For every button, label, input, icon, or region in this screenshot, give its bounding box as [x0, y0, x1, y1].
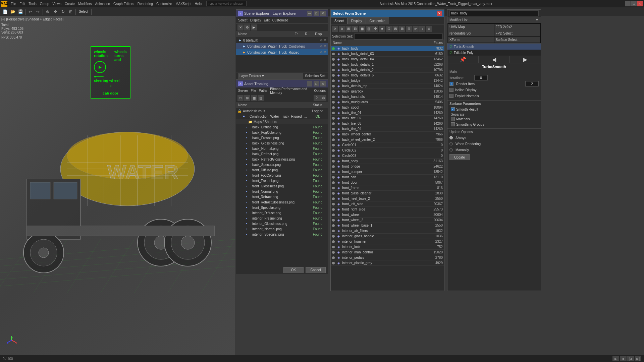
prev-frame-btn[interactable]: |◀ — [627, 356, 634, 361]
at-texture-row-10[interactable]: ▪ front_Fresnel.png Found — [236, 178, 328, 183]
mp-materials-checkbox[interactable] — [451, 117, 455, 121]
sfs-row-12[interactable]: ◈ back_tire_01 14260 — [331, 110, 444, 116]
sfs-row-4[interactable]: ◈ back_body_details_2 10796 — [331, 67, 444, 73]
mp-smoothing-checkbox[interactable] — [451, 122, 455, 126]
se-tool-1[interactable]: ✕ — [237, 24, 244, 31]
sfs-row-22[interactable]: ◈ front_bridge 24622 — [331, 164, 444, 169]
new-icon[interactable]: 📄 — [1, 8, 9, 15]
at-tool-4[interactable]: ▥ — [258, 95, 264, 101]
play-btn[interactable]: ▶ — [612, 356, 619, 361]
mp-btn-renderable[interactable]: renderable Spl — [448, 30, 494, 36]
mp-nav-pin[interactable]: 📌 — [447, 56, 479, 63]
layer-row-0[interactable]: ▶ 0 (default) ⚙ ♻ — [236, 37, 328, 43]
sfs-search-input[interactable] — [354, 34, 443, 40]
sfs-tab-customize[interactable]: Customize — [366, 17, 389, 24]
sfs-row-20[interactable]: ◈ Circle003 0 — [331, 153, 444, 159]
sfs-row-14[interactable]: ◈ back_tire_03 14260 — [331, 121, 444, 126]
at-texture-row-17[interactable]: ▪ interior_Fresnel.png Found — [236, 216, 328, 221]
sfs-tool-12[interactable]: ⊟ — [406, 26, 412, 32]
mp-stack-turbosmooth[interactable]: ☑ TurboSmooth — [447, 44, 541, 50]
mp-smooth-result-checkbox[interactable]: ✓ — [451, 107, 455, 111]
se-display-menu[interactable]: Display — [250, 18, 261, 22]
at-tool-1[interactable]: □ — [237, 95, 244, 101]
at-texture-row-1[interactable]: ▪ back_FogColor.png Found — [236, 130, 328, 135]
mp-stack-editablepoly[interactable]: ☑ Editable Poly — [447, 50, 541, 56]
at-texture-row-20[interactable]: ▪ interior_Specular.png Found — [236, 232, 328, 237]
scale-icon[interactable]: ⊞ — [67, 8, 74, 15]
sfs-tool-7[interactable]: ⚙ — [372, 26, 378, 32]
at-texture-row-4[interactable]: ▪ back_Normal.png Found — [236, 146, 328, 151]
maximize-btn[interactable]: □ — [631, 1, 637, 6]
sfs-close-btn[interactable]: ✕ — [437, 11, 442, 16]
mp-btn-fpd[interactable]: FPD Select — [494, 30, 540, 36]
help-menu[interactable]: Help — [193, 2, 203, 6]
sfs-row-2[interactable]: ◈ back_body_detail_04 13462 — [331, 57, 444, 62]
at-main-file[interactable]: ■ Construction_Water_Truck_Rigged_max_vr… — [236, 114, 328, 119]
sfs-row-9[interactable]: ◈ back_handrails 14914 — [331, 94, 444, 100]
at-file-menu[interactable]: File — [251, 89, 256, 93]
sfs-row-32[interactable]: ◈ front_wheel_2 20604 — [331, 218, 444, 223]
mp-btn-ffd[interactable]: FFD 2x2x2 — [494, 24, 540, 30]
se-select-menu[interactable]: Select — [238, 18, 248, 22]
sfs-row-35[interactable]: ◈ interior_glass_handle 1036 — [331, 234, 444, 239]
at-paths-menu[interactable]: Paths — [259, 89, 268, 93]
graph-editors-menu[interactable]: Graph Editors — [112, 2, 136, 6]
at-maximize[interactable]: □ — [314, 81, 319, 86]
se-customize-menu[interactable]: Customize — [272, 18, 288, 22]
truck-canvas[interactable]: [+] [Perspective] [Shaded + Edged Faces]… — [0, 16, 235, 355]
sfs-row-25[interactable]: ◈ front_door 5067 — [331, 180, 444, 185]
customize-menu[interactable]: Customize — [155, 2, 173, 6]
sfs-tool-1[interactable]: ✕ — [332, 26, 338, 32]
at-minimize[interactable]: — — [307, 81, 312, 86]
sfs-row-15[interactable]: ◈ back_tire_04 14260 — [331, 126, 444, 132]
at-texture-row-5[interactable]: ▪ back_Refract.png Found — [236, 151, 328, 157]
mp-btn-uvwmap[interactable]: UVW Map — [448, 24, 494, 30]
rotate-icon[interactable]: ↻ — [59, 8, 67, 15]
close-btn[interactable]: ✕ — [637, 1, 643, 6]
sfs-row-26[interactable]: ◈ front_frame 816 — [331, 185, 444, 191]
se-edit-menu[interactable]: Edit — [264, 18, 270, 22]
at-texture-row-15[interactable]: ▪ front_Specular.png Found — [236, 205, 328, 210]
mp-modifier-dropdown[interactable]: ▼ — [535, 18, 539, 22]
sfs-row-6[interactable]: ◈ back_bridge 13442 — [331, 78, 444, 83]
rendering-menu[interactable]: Rendering — [136, 2, 154, 6]
stop-btn[interactable]: ■ — [620, 356, 627, 361]
mp-render-iters-input[interactable] — [525, 81, 539, 86]
maxscript-menu[interactable]: MAXScript — [174, 2, 193, 6]
mp-nav-back[interactable]: ◀ — [479, 56, 510, 63]
at-texture-row-3[interactable]: ▪ back_Glossiness.png Found — [236, 140, 328, 146]
group-menu[interactable]: Group — [39, 2, 51, 6]
layer-row-1[interactable]: ▶ Construction_Water_Truck_Controllers ⚙… — [236, 43, 328, 49]
sfs-tab-select[interactable]: Select — [331, 17, 347, 24]
sfs-tool-15[interactable]: ⊕ — [426, 26, 432, 32]
at-texture-row-19[interactable]: ▪ interior_Normal.png Found — [236, 226, 328, 232]
sfs-row-28[interactable]: ◈ front_heel_base_2 2550 — [331, 196, 444, 201]
at-bitmap-menu[interactable]: Bitmap Performance and Memory — [270, 87, 311, 95]
mp-iterations-input[interactable] — [474, 75, 488, 80]
tools-menu[interactable]: Tools — [27, 2, 38, 6]
layer-row-2[interactable]: ▶ Construction_Water_Truck_Rigged ⚙ ♻ — [236, 49, 328, 55]
sfs-row-11[interactable]: ◈ back_spool 18094 — [331, 105, 444, 110]
mp-always-radio[interactable] — [449, 136, 453, 139]
scene-explorer-maximize[interactable]: □ — [314, 11, 319, 16]
sfs-tool-10[interactable]: ⊠ — [392, 26, 398, 32]
sfs-row-36[interactable]: ◈ interior_hummer 2327 — [331, 239, 444, 244]
sfs-row-19[interactable]: ◈ Circle002 0 — [331, 148, 444, 153]
open-icon[interactable]: 📂 — [9, 8, 16, 15]
sfs-row-7[interactable]: ◈ back_details_top 14824 — [331, 83, 444, 89]
sfs-row-16[interactable]: ◈ back_wheel_center 7966 — [331, 132, 444, 137]
mp-update-btn[interactable]: Update — [449, 154, 470, 160]
at-tool-help[interactable]: ? — [314, 95, 320, 101]
sfs-tool-6[interactable]: ▥ — [366, 26, 372, 32]
sfs-tool-3[interactable]: ⊞ — [345, 26, 352, 32]
file-menu[interactable]: File — [9, 2, 17, 6]
sfs-row-30[interactable]: ◈ front_right_side 25573 — [331, 207, 444, 212]
sfs-row-23[interactable]: ◈ front_bumper 18542 — [331, 169, 444, 175]
save-icon[interactable]: 💾 — [17, 8, 24, 15]
sfs-tool-11[interactable]: ⊞ — [399, 26, 405, 32]
at-texture-row-7[interactable]: ▪ back_Specular.png Found — [236, 162, 328, 167]
mp-manually-radio[interactable] — [449, 148, 453, 152]
at-options-menu[interactable]: Options — [314, 89, 326, 93]
sfs-row-13[interactable]: ◈ back_tire_02 14260 — [331, 116, 444, 121]
at-texture-row-2[interactable]: ▪ back_Fresnel.png Found — [236, 135, 328, 140]
